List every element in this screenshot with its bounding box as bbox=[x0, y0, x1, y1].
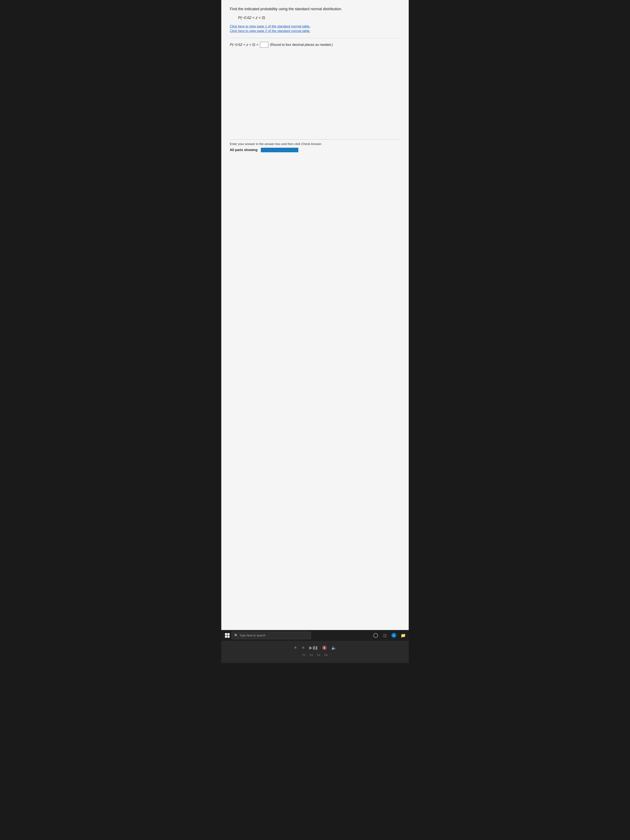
answer-line: P(−0.62 < z < 0) = (Round to four decima… bbox=[230, 38, 400, 48]
question-main-text: Find the indicated probability using the… bbox=[230, 6, 400, 12]
key-f4: F4 bbox=[324, 654, 327, 657]
edge-browser-button[interactable]: e bbox=[390, 632, 398, 639]
start-button[interactable] bbox=[223, 631, 232, 640]
widget-icon: ◫ bbox=[383, 633, 387, 638]
key-volume: 🔇 bbox=[322, 645, 327, 650]
probability-expression: P(−0.62 < z < 0) bbox=[238, 16, 400, 20]
table-link-page1[interactable]: Click here to view page 1 of the standar… bbox=[230, 25, 400, 28]
file-explorer-button[interactable]: 📁 bbox=[399, 632, 407, 639]
content-spacer bbox=[230, 54, 400, 137]
progress-bar bbox=[261, 148, 298, 152]
key-brightness: ☀ bbox=[294, 645, 297, 650]
answer-label: P(−0.62 < z < 0) = bbox=[230, 43, 258, 47]
keyboard-row-top: ☀ ✳ ▶▮▮ 🔇 🔈 bbox=[294, 645, 336, 651]
search-placeholder-text: Type here to search bbox=[240, 634, 265, 637]
browser-content: Find the indicated probability using the… bbox=[221, 0, 409, 630]
circle-icon bbox=[373, 633, 378, 638]
all-parts-row: All parts showing bbox=[230, 145, 400, 154]
key-f2: F2 bbox=[310, 654, 313, 657]
keyboard-area: ☀ ✳ ▶▮▮ 🔇 🔈 F1 F2 F3 F4 bbox=[221, 641, 409, 663]
key-play-pause: ▶▮▮ bbox=[309, 645, 318, 651]
key-f3: F3 bbox=[317, 654, 320, 657]
key-volume2: 🔈 bbox=[331, 645, 336, 650]
taskbar-search[interactable]: 🔍 Type here to search bbox=[232, 632, 311, 639]
key-f1: F1 bbox=[303, 654, 306, 657]
windows-icon bbox=[225, 633, 230, 638]
round-note: (Round to four decimal places as needed.… bbox=[270, 43, 333, 47]
folder-icon: 📁 bbox=[401, 633, 406, 638]
keyboard-row-fn: F1 F2 F3 F4 bbox=[303, 654, 328, 657]
cortana-button[interactable] bbox=[372, 632, 380, 639]
links-section: Click here to view page 1 of the standar… bbox=[230, 25, 400, 33]
table-link-page2[interactable]: Click here to view page 2 of the standar… bbox=[230, 29, 400, 33]
all-parts-label: All parts showing bbox=[230, 148, 257, 152]
taskbar-icons: ◫ e 📁 bbox=[372, 632, 407, 639]
key-asterisk: ✳ bbox=[302, 645, 305, 650]
taskview-button[interactable]: ◫ bbox=[381, 632, 389, 639]
bottom-instruction: Enter your answer in the answer box and … bbox=[230, 139, 400, 145]
search-icon: 🔍 bbox=[234, 634, 238, 637]
taskbar: 🔍 Type here to search ◫ e 📁 bbox=[221, 630, 409, 641]
edge-icon: e bbox=[392, 633, 396, 638]
answer-input[interactable] bbox=[260, 42, 268, 48]
